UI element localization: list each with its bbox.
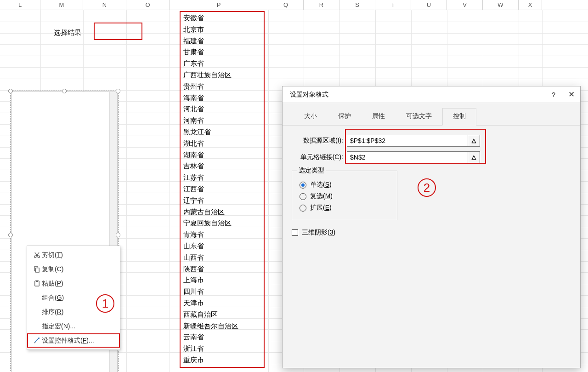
dialog-tabs: 大小保护属性可选文字控制 bbox=[283, 103, 580, 126]
ctx-item-label: 组合(G) bbox=[42, 294, 64, 302]
callout-2: 2 bbox=[418, 178, 436, 197]
ctx-item-scissors[interactable]: 剪切(T) bbox=[27, 248, 120, 262]
province-cell[interactable]: 内蒙古自治区 bbox=[183, 206, 264, 218]
province-cell[interactable]: 黑龙江省 bbox=[183, 126, 264, 138]
radio-复选[interactable]: 复选(M) bbox=[300, 192, 390, 200]
tab-保护[interactable]: 保护 bbox=[328, 108, 362, 126]
province-cell[interactable]: 重庆市 bbox=[183, 355, 264, 366]
close-icon[interactable]: ✕ bbox=[568, 90, 575, 99]
radio-icon[interactable] bbox=[300, 182, 306, 189]
tab-大小[interactable]: 大小 bbox=[294, 108, 328, 126]
selection-handle[interactable] bbox=[8, 89, 13, 93]
province-cell[interactable]: 吉林省 bbox=[183, 160, 264, 172]
province-cell[interactable]: 四川省 bbox=[183, 286, 264, 298]
col-header-R[interactable]: R bbox=[304, 0, 339, 10]
col-header-N[interactable]: N bbox=[83, 0, 126, 10]
col-header-S[interactable]: S bbox=[339, 0, 375, 10]
tab-可选文字[interactable]: 可选文字 bbox=[396, 108, 442, 126]
ctx-item-copy[interactable]: 复制(C) bbox=[27, 262, 120, 276]
ctx-item-label: 剪切(T) bbox=[42, 251, 63, 259]
province-cell[interactable]: 陕西省 bbox=[183, 263, 264, 275]
cell-link-label: 单元格链接(C): bbox=[292, 153, 347, 161]
col-header-T[interactable]: T bbox=[375, 0, 411, 10]
province-cell[interactable]: 天津市 bbox=[183, 298, 264, 309]
format-object-dialog: 设置对象格式 ? ✕ 大小保护属性可选文字控制 数据源区域(I): 单元格链接(… bbox=[282, 86, 581, 368]
col-header-P[interactable]: P bbox=[170, 0, 268, 10]
province-list-highlight: 安徽省北京市福建省甘肃省广东省广西壮族自治区贵州省海南省河北省河南省黑龙江省湖北… bbox=[180, 11, 265, 368]
ctx-item-label: 设置控件格式(F)... bbox=[42, 337, 94, 345]
cell-link-input-wrap bbox=[347, 151, 480, 163]
col-header-X[interactable]: X bbox=[519, 0, 542, 10]
dialog-help-button[interactable]: ? bbox=[552, 91, 555, 98]
col-header-W[interactable]: W bbox=[483, 0, 519, 10]
col-header-O[interactable]: O bbox=[126, 0, 170, 10]
callout-1: 1 bbox=[96, 294, 114, 313]
province-cell[interactable]: 江苏省 bbox=[183, 172, 264, 183]
shadow-checkbox-label: 三维阴影(3) bbox=[302, 229, 335, 237]
selection-handle[interactable] bbox=[116, 89, 120, 93]
radio-label: 复选(M) bbox=[310, 192, 333, 200]
province-cell[interactable]: 北京市 bbox=[183, 24, 264, 35]
highlight-cell-N2 bbox=[94, 23, 142, 40]
province-cell[interactable]: 山东省 bbox=[183, 240, 264, 252]
province-cell[interactable]: 安徽省 bbox=[183, 12, 264, 24]
ctx-item-paste[interactable]: 粘贴(P) bbox=[27, 276, 120, 291]
svg-rect-5 bbox=[36, 280, 38, 282]
ctx-item-label: 粘贴(P) bbox=[42, 280, 63, 288]
col-header-U[interactable]: U bbox=[411, 0, 447, 10]
checkbox-icon[interactable] bbox=[292, 229, 298, 236]
radio-icon[interactable] bbox=[300, 205, 306, 212]
range-picker-icon[interactable] bbox=[468, 152, 480, 163]
svg-rect-8 bbox=[472, 159, 476, 160]
ctx-item-label: 排序(R) bbox=[42, 308, 63, 316]
province-cell[interactable]: 河南省 bbox=[183, 115, 264, 126]
province-cell[interactable]: 宁夏回族自治区 bbox=[183, 217, 264, 229]
source-range-input[interactable] bbox=[347, 135, 468, 146]
format-icon bbox=[32, 337, 42, 344]
province-cell[interactable]: 福建省 bbox=[183, 35, 264, 47]
province-cell[interactable]: 河北省 bbox=[183, 103, 264, 115]
dialog-titlebar[interactable]: 设置对象格式 ? ✕ bbox=[283, 86, 580, 103]
ctx-item-指定宏[interactable]: 指定宏(N)... bbox=[27, 319, 120, 333]
col-header-L[interactable]: L bbox=[0, 0, 40, 10]
svg-rect-7 bbox=[472, 143, 476, 143]
selection-handle[interactable] bbox=[62, 89, 67, 93]
col-header-V[interactable]: V bbox=[447, 0, 483, 10]
province-cell[interactable]: 海南省 bbox=[183, 92, 264, 104]
province-cell[interactable]: 甘肃省 bbox=[183, 46, 264, 58]
tab-控制[interactable]: 控制 bbox=[442, 108, 476, 126]
province-cell[interactable]: 广西壮族自治区 bbox=[183, 69, 264, 81]
col-header-Q[interactable]: Q bbox=[268, 0, 304, 10]
selection-type-group: 选定类型 单选(S)复选(M)扩展(E) bbox=[292, 171, 397, 220]
range-picker-icon[interactable] bbox=[468, 135, 480, 146]
province-cell[interactable]: 青海省 bbox=[183, 229, 264, 240]
province-cell[interactable]: 西藏自治区 bbox=[183, 309, 264, 320]
radio-icon[interactable] bbox=[300, 193, 306, 200]
province-cell[interactable]: 江西省 bbox=[183, 183, 264, 195]
ctx-item-format[interactable]: 设置控件格式(F)... bbox=[27, 333, 120, 348]
province-cell[interactable]: 广东省 bbox=[183, 58, 264, 69]
province-cell[interactable]: 辽宁省 bbox=[183, 195, 264, 206]
selection-handle[interactable] bbox=[8, 233, 13, 237]
province-cell[interactable]: 湖南省 bbox=[183, 149, 264, 161]
shadow-checkbox-row[interactable]: 三维阴影(3) bbox=[292, 229, 571, 237]
svg-rect-3 bbox=[35, 268, 39, 272]
province-cell[interactable]: 上海市 bbox=[183, 275, 264, 286]
cell-link-input[interactable] bbox=[347, 152, 468, 163]
province-cell[interactable]: 贵州省 bbox=[183, 81, 264, 92]
province-cell[interactable]: 云南省 bbox=[183, 332, 264, 343]
province-cell[interactable]: 浙江省 bbox=[183, 343, 264, 355]
tab-属性[interactable]: 属性 bbox=[362, 108, 396, 126]
column-headers: LMNOPQRSTUVWX bbox=[0, 0, 588, 10]
radio-单选[interactable]: 单选(S) bbox=[300, 181, 390, 189]
col-header-M[interactable]: M bbox=[40, 0, 83, 10]
cell-label-select-result: 选择结果 bbox=[54, 29, 81, 37]
copy-icon bbox=[32, 266, 42, 273]
dialog-title-text: 设置对象格式 bbox=[290, 91, 328, 99]
province-cell[interactable]: 新疆维吾尔自治区 bbox=[183, 320, 264, 332]
radio-扩展[interactable]: 扩展(E) bbox=[300, 204, 390, 212]
province-cell[interactable]: 湖北省 bbox=[183, 138, 264, 149]
source-range-label: 数据源区域(I): bbox=[292, 137, 347, 145]
province-cell[interactable]: 山西省 bbox=[183, 252, 264, 263]
selection-handle[interactable] bbox=[116, 233, 120, 237]
